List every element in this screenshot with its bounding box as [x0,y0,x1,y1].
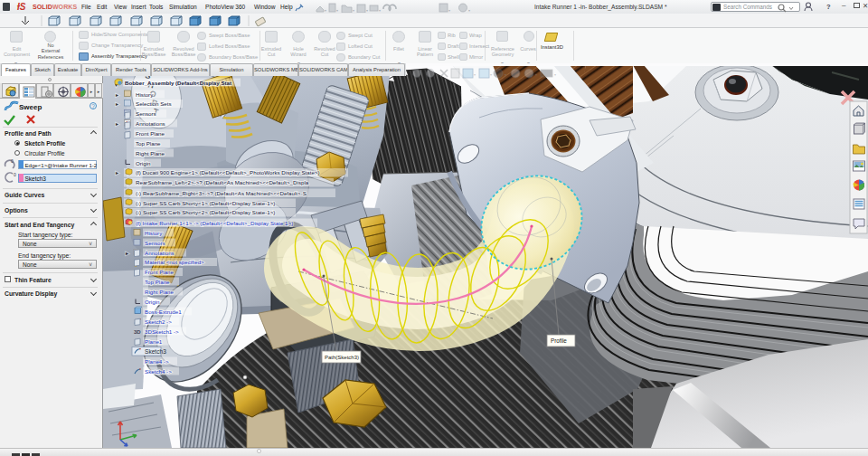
svg-text:▾: ▾ [468,8,470,13]
svg-text:Plane1: Plane1 [145,338,163,345]
svg-text:Path(Sketch3): Path(Sketch3) [325,355,359,360]
svg-text:Plane4 ->: Plane4 -> [145,358,169,365]
svg-text:Top Plane: Top Plane [136,140,161,147]
svg-text:Origin: Origin [145,299,160,305]
svg-text:▾: ▾ [366,8,368,13]
svg-text:History: History [145,230,163,236]
svg-text:Top Plane: Top Plane [145,279,170,285]
svg-text:Sketch2 ->: Sketch2 -> [145,318,172,325]
svg-text:▾: ▾ [554,72,556,77]
svg-text:▾: ▾ [490,72,492,77]
svg-text:Annotations: Annotations [145,250,175,256]
svg-text:0: 0 [14,172,16,177]
svg-text:▾: ▾ [336,8,338,13]
svg-text:Boss-Extrude1: Boss-Extrude1 [145,309,182,315]
svg-text:Annotations: Annotations [136,120,165,127]
svg-text:▾: ▾ [535,72,537,77]
svg-text:RearSubframe_Left<2>->? (Defau: RearSubframe_Left<2>->? (Default<As Mach… [136,179,309,185]
svg-text:▾: ▾ [474,72,476,77]
svg-text:▾: ▾ [505,72,506,77]
svg-text:(-) Super SS Carb Shorty<2> (D: (-) Super SS Carb Shorty<2> (Default<Dis… [136,209,275,215]
svg-text:(-) RearSubframe_Right<3>->? (: (-) RearSubframe_Right<3>->? (Default<As… [136,190,307,196]
svg-text:(f) Intake Runner 1<1> -> (Def: (f) Intake Runner 1<1> -> (Default<<Defa… [136,220,293,226]
svg-text:(-) Super SS Carb Shorty<1> (D: (-) Super SS Carb Shorty<1> (Default<Dis… [136,200,275,206]
svg-text:▾: ▾ [325,8,326,13]
svg-text:Sketch4 ->: Sketch4 -> [145,368,172,375]
svg-text:3DSketch1 ->: 3DSketch1 -> [145,328,179,335]
svg-text:Sketch3: Sketch3 [145,348,166,355]
svg-text:Profile: Profile [551,337,567,344]
svg-text:▸: ▸ [126,251,128,256]
svg-text:▾: ▾ [379,8,381,13]
svg-text:Selection Sets: Selection Sets [136,100,172,107]
svg-text:Material <not specified>: Material <not specified> [145,259,204,265]
svg-text:Front Plane: Front Plane [136,130,165,137]
svg-text:▸: ▸ [116,121,118,127]
svg-text:▸: ▸ [116,92,118,98]
svg-text:0: 0 [11,158,14,164]
svg-text:▾: ▾ [448,8,450,13]
svg-text:Sensors: Sensors [145,240,165,246]
svg-text:(f) Ducati 900 Engine<1> (Defa: (f) Ducati 900 Engine<1> (Default<<Defau… [136,169,320,176]
svg-text:Front Plane: Front Plane [145,269,175,275]
svg-text:▸: ▸ [116,170,118,176]
svg-text:History: History [136,91,154,98]
svg-text:Right Plane: Right Plane [145,289,175,295]
svg-text:3D: 3D [134,329,141,335]
svg-text:▸: ▸ [116,101,118,107]
svg-text:Right Plane: Right Plane [136,150,165,157]
svg-text:Bobber_Assembly (Default<Displ: Bobber_Assembly (Default<Display Stat [125,80,231,86]
svg-text:▾: ▾ [353,8,354,13]
svg-text:Sensors: Sensors [136,110,156,117]
svg-text:Origin: Origin [136,160,151,166]
